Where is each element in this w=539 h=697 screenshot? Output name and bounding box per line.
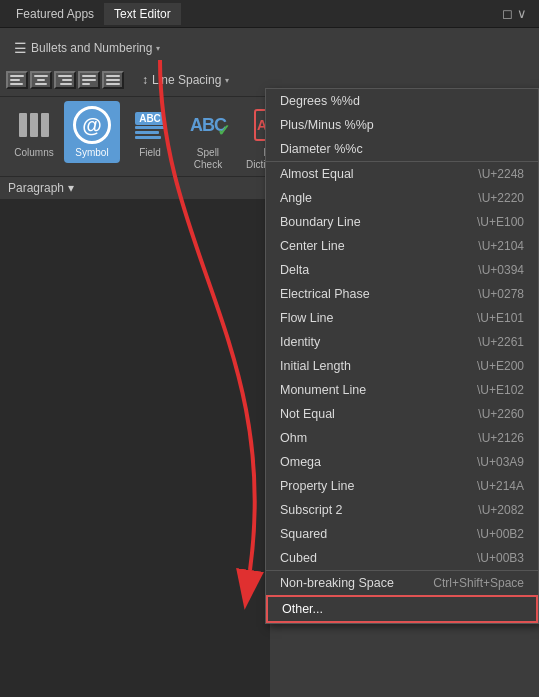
menu-item-8[interactable]: Electrical Phase\U+0278 [266,282,538,306]
menu-item-shortcut: \U+0394 [478,263,524,277]
menu-item-label: Electrical Phase [280,287,370,301]
menu-item-shortcut: \U+00B2 [477,527,524,541]
line-spacing-icon: ↕ [142,73,148,87]
menu-item-15[interactable]: Omega\U+03A9 [266,450,538,474]
columns-label: Columns [14,147,53,159]
menu-item-shortcut: \U+03A9 [477,455,524,469]
menu-item-label: Monument Line [280,383,366,397]
menu-item-14[interactable]: Ohm\U+2126 [266,426,538,450]
spell-check-icon: ABC ✓ [190,115,226,136]
bullets-icon: ☰ [14,40,27,56]
menu-item-shortcut: \U+2261 [478,335,524,349]
menu-item-label: Property Line [280,479,354,493]
menu-item-shortcut: \U+0278 [478,287,524,301]
menu-item-17[interactable]: Subscript 2\U+2082 [266,498,538,522]
menu-item-shortcut: \U+E101 [477,311,524,325]
menu-item-9[interactable]: Flow Line\U+E101 [266,306,538,330]
bullets-caret-icon: ▾ [156,44,160,53]
toolbar-row1: ☰ Bullets and Numbering ▾ [0,28,539,97]
menu-item-2[interactable]: Diameter %%c [266,137,538,161]
symbol-label: Symbol [75,147,108,159]
menu-item-1[interactable]: Plus/Minus %%p [266,113,538,137]
menu-item-label: Identity [280,335,320,349]
menu-item-label: Ohm [280,431,307,445]
menu-item-label: Non-breaking Space [280,576,394,590]
menu-item-label: Degrees %%d [280,94,360,108]
bullets-numbering-button[interactable]: ☰ Bullets and Numbering ▾ [6,37,168,59]
window-dropdown-icon[interactable]: ∨ [517,6,527,21]
menu-item-shortcut: \U+2220 [478,191,524,205]
top-bar: Featured Apps Text Editor ◻ ∨ [0,0,539,28]
menu-item-5[interactable]: Boundary Line\U+E100 [266,210,538,234]
menu-item-label: Almost Equal [280,167,354,181]
align-distribute-button[interactable] [102,71,124,89]
field-icon: ABC [135,112,165,139]
menu-item-label: Diameter %%c [280,142,363,156]
menu-item-label: Plus/Minus %%p [280,118,374,132]
menu-item-shortcut: \U+2248 [478,167,524,181]
spell-check-label: Spell Check [194,147,222,171]
menu-item-shortcut: \U+2260 [478,407,524,421]
paragraph-caret-icon: ▾ [68,181,74,195]
menu-item-7[interactable]: Delta\U+0394 [266,258,538,282]
menu-item-4[interactable]: Angle\U+2220 [266,186,538,210]
window-icon[interactable]: ◻ [502,6,513,21]
field-label: Field [139,147,161,159]
menu-item-label: Subscript 2 [280,503,343,517]
symbol-dropdown-menu: Degrees %%dPlus/Minus %%pDiameter %%cAlm… [265,88,539,624]
menu-item-shortcut: \U+2126 [478,431,524,445]
columns-button[interactable]: Columns [6,101,62,163]
align-justify-button[interactable] [78,71,100,89]
menu-item-shortcut: \U+E200 [477,359,524,373]
symbol-icon: @ [73,106,111,144]
menu-item-3[interactable]: Almost Equal\U+2248 [266,161,538,186]
menu-item-13[interactable]: Not Equal\U+2260 [266,402,538,426]
menu-item-label: Flow Line [280,311,334,325]
featured-apps-tab[interactable]: Featured Apps [6,3,104,25]
menu-item-label: Boundary Line [280,215,361,229]
menu-item-label: Other... [282,602,323,616]
align-center-button[interactable] [30,71,52,89]
columns-icon [19,113,49,137]
menu-item-shortcut: \U+2082 [478,503,524,517]
menu-item-19[interactable]: Cubed\U+00B3 [266,546,538,570]
menu-item-shortcut: \U+E100 [477,215,524,229]
menu-item-21[interactable]: Other... [266,595,538,623]
menu-item-0[interactable]: Degrees %%d [266,89,538,113]
field-button[interactable]: ABC Field [122,101,178,163]
menu-item-label: Delta [280,263,309,277]
line-spacing-caret-icon: ▾ [225,76,229,85]
menu-item-shortcut: Ctrl+Shift+Space [433,576,524,590]
menu-item-label: Omega [280,455,321,469]
menu-item-10[interactable]: Identity\U+2261 [266,330,538,354]
menu-item-6[interactable]: Center Line\U+2104 [266,234,538,258]
align-right-button[interactable] [54,71,76,89]
menu-item-12[interactable]: Monument Line\U+E102 [266,378,538,402]
menu-item-label: Not Equal [280,407,335,421]
align-left-button[interactable] [6,71,28,89]
menu-item-18[interactable]: Squared\U+00B2 [266,522,538,546]
text-editor-tab[interactable]: Text Editor [104,3,181,25]
editor-area[interactable] [0,200,270,697]
menu-item-shortcut: \U+214A [477,479,524,493]
alignment-bar [6,69,124,91]
menu-item-shortcut: \U+00B3 [477,551,524,565]
menu-item-shortcut: \U+2104 [478,239,524,253]
menu-item-20[interactable]: Non-breaking SpaceCtrl+Shift+Space [266,570,538,595]
line-spacing-button[interactable]: ↕ Line Spacing ▾ [134,70,237,90]
menu-item-label: Squared [280,527,327,541]
symbol-button[interactable]: @ Symbol [64,101,120,163]
menu-item-label: Cubed [280,551,317,565]
paragraph-label: Paragraph [8,181,64,195]
menu-item-11[interactable]: Initial Length\U+E200 [266,354,538,378]
menu-item-label: Center Line [280,239,345,253]
spell-check-button[interactable]: ABC ✓ Spell Check [180,101,236,175]
menu-item-shortcut: \U+E102 [477,383,524,397]
menu-item-label: Angle [280,191,312,205]
menu-item-16[interactable]: Property Line\U+214A [266,474,538,498]
menu-item-label: Initial Length [280,359,351,373]
